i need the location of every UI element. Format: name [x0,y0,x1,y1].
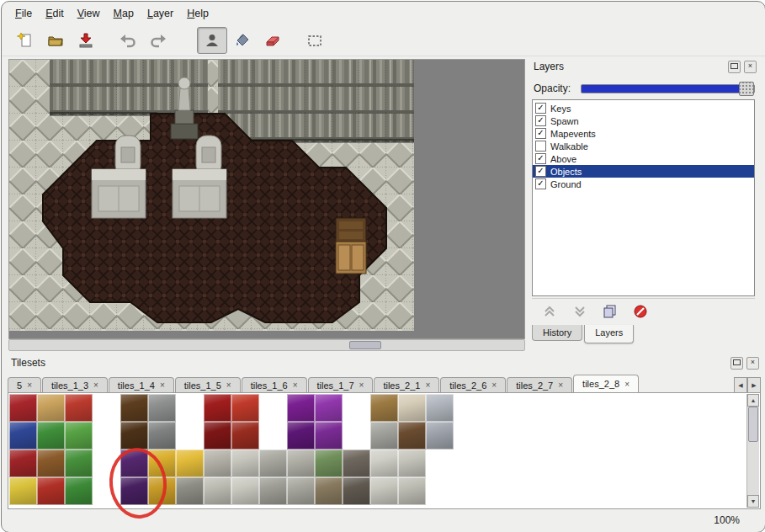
tab-close-icon[interactable]: × [624,380,630,389]
tile-3-13[interactable] [370,477,398,505]
stamp-tool-button[interactable] [197,27,227,54]
tileset-grid[interactable] [9,394,454,505]
tile-1-10[interactable] [287,422,315,450]
tile-3-11[interactable] [315,477,343,505]
tile-1-12[interactable] [343,422,370,450]
tile-2-9[interactable] [259,450,287,477]
tileset-tab-tiles_1_6[interactable]: tiles_1_6× [242,377,307,392]
scroll-down-button[interactable]: ▼ [747,495,759,508]
tile-3-7[interactable] [204,477,231,505]
tile-3-5[interactable] [148,477,176,505]
tileset-tab-tiles_2_7[interactable]: tiles_2_7× [507,377,572,392]
tab-close-icon[interactable]: × [558,380,563,390]
tile-3-3[interactable] [93,477,120,505]
tile-1-1[interactable] [37,422,65,450]
layer-checkbox[interactable]: ✓ [535,153,546,164]
tab-close-icon[interactable]: × [160,380,165,390]
tile-0-8[interactable] [231,394,259,422]
layer-row-walkable[interactable]: Walkable [533,140,754,152]
scroll-tabs-right-button[interactable]: ▶ [747,377,761,393]
menu-file[interactable]: File [8,5,39,22]
tile-3-0[interactable] [9,477,37,505]
tile-0-5[interactable] [148,394,176,422]
scroll-up-button[interactable]: ▲ [747,394,759,407]
tile-2-15[interactable] [426,450,454,477]
scroll-tabs-left-button[interactable]: ◀ [734,377,747,393]
float-panel-button[interactable] [728,61,741,73]
tile-0-11[interactable] [315,394,343,422]
open-button[interactable] [40,27,71,54]
tab-close-icon[interactable]: × [491,380,497,390]
tile-1-3[interactable] [93,422,120,450]
move-layer-up-button[interactable] [540,302,559,321]
tile-0-3[interactable] [93,394,120,422]
delete-layer-button[interactable] [631,302,650,321]
tile-2-12[interactable] [343,450,370,477]
tile-2-4[interactable] [120,450,148,477]
tile-2-8[interactable] [231,450,259,477]
tile-1-7[interactable] [204,422,231,450]
map-horizontal-scrollbar[interactable] [8,339,525,351]
map-canvas[interactable] [8,59,525,339]
layer-row-objects[interactable]: ✓Objects [533,165,754,178]
duplicate-layer-button[interactable] [601,302,619,321]
tile-0-6[interactable] [176,394,204,422]
tile-2-2[interactable] [65,450,93,477]
layer-row-above[interactable]: ✓Above [533,152,754,165]
tile-1-2[interactable] [65,422,93,450]
layer-checkbox[interactable]: ✓ [535,166,546,177]
tab-close-icon[interactable]: × [359,380,364,390]
tile-3-4[interactable] [120,477,148,505]
tile-1-8[interactable] [231,422,259,450]
tileset-tab-tiles_1_7[interactable]: tiles_1_7× [308,377,374,392]
tile-3-15[interactable] [426,477,454,505]
layers-list[interactable]: ✓Keys✓Spawn✓MapeventsWalkable✓Above✓Obje… [532,99,755,296]
tile-0-4[interactable] [120,394,148,422]
tile-3-2[interactable] [65,477,93,505]
layer-checkbox[interactable]: ✓ [535,128,546,139]
menu-view[interactable]: View [71,5,107,22]
new-button[interactable] [10,27,40,54]
map-hscroll-thumb[interactable] [349,341,381,349]
tile-3-9[interactable] [259,477,287,505]
menu-layer[interactable]: Layer [141,5,180,22]
tile-0-9[interactable] [259,394,287,422]
tile-2-11[interactable] [315,450,343,477]
layer-checkbox[interactable]: ✓ [535,103,546,114]
tileset-vertical-scrollbar[interactable]: ▲ ▼ [746,394,759,508]
tileset-tab-5[interactable]: 5× [8,377,41,392]
tile-3-8[interactable] [231,477,259,505]
undo-button[interactable] [113,27,143,54]
tile-0-7[interactable] [204,394,231,422]
layer-checkbox[interactable] [535,141,546,152]
layer-row-keys[interactable]: ✓Keys [533,102,754,114]
menu-map[interactable]: Map [107,5,141,22]
tile-3-6[interactable] [176,477,204,505]
tile-2-5[interactable] [148,450,176,477]
tile-3-1[interactable] [37,477,65,505]
tab-close-icon[interactable]: × [27,380,32,390]
tile-2-3[interactable] [93,450,120,477]
tile-0-15[interactable] [426,394,454,422]
tile-3-12[interactable] [343,477,370,505]
select-tool-button[interactable] [300,27,330,54]
tileset-tab-tiles_2_6[interactable]: tiles_2_6× [440,377,506,392]
tile-0-13[interactable] [370,394,398,422]
layer-row-mapevents[interactable]: ✓Mapevents [533,127,754,140]
tile-2-0[interactable] [9,450,37,477]
menu-help[interactable]: Help [180,5,215,22]
tileset-tab-tiles_2_1[interactable]: tiles_2_1× [374,377,439,392]
tile-0-14[interactable] [398,394,426,422]
layer-row-spawn[interactable]: ✓Spawn [533,114,754,127]
eraser-tool-button[interactable] [258,27,288,54]
tab-history[interactable]: History [532,325,582,341]
tile-2-1[interactable] [37,450,65,477]
tileset-tab-tiles_1_5[interactable]: tiles_1_5× [175,377,241,392]
tab-close-icon[interactable]: × [425,380,430,390]
tile-3-10[interactable] [287,477,315,505]
tileset-tab-tiles_1_4[interactable]: tiles_1_4× [109,377,174,392]
tile-0-2[interactable] [65,394,93,422]
tile-1-9[interactable] [259,422,287,450]
close-panel-button[interactable]: × [744,61,757,73]
tile-1-15[interactable] [426,422,454,450]
